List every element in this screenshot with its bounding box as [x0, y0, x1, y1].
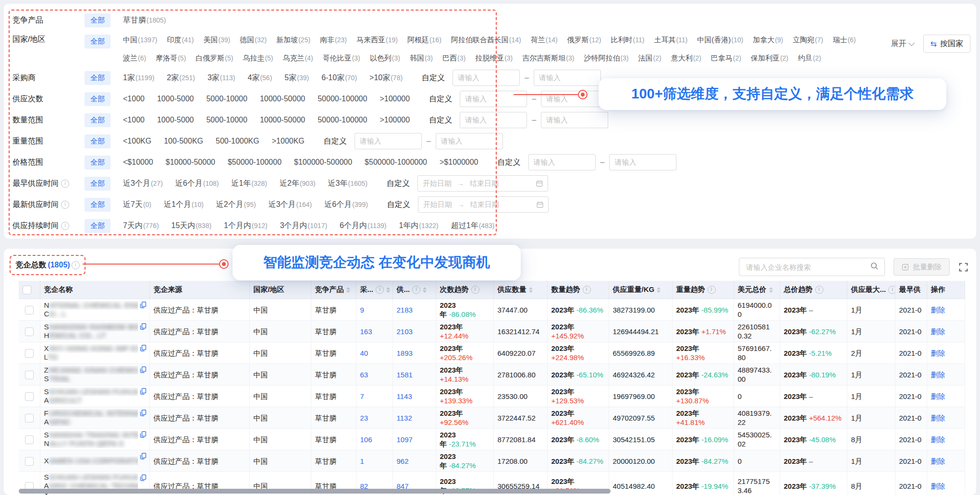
buyers-link[interactable]: 163: [360, 327, 372, 336]
filter-option[interactable]: 近7天(0): [123, 200, 151, 210]
range-input[interactable]: 请输入: [460, 91, 527, 107]
sort-carets[interactable]: [386, 287, 390, 293]
filter-option[interactable]: 俄罗斯(12): [567, 36, 601, 45]
range-input[interactable]: 请输入: [453, 70, 520, 86]
fullscreen-icon[interactable]: [958, 262, 968, 272]
filter-option[interactable]: <$10000: [123, 158, 153, 167]
supplies-link[interactable]: 2183: [397, 306, 413, 314]
filter-option[interactable]: 中国(1397): [123, 36, 157, 45]
filter-all-chip[interactable]: 全部: [85, 134, 110, 148]
buyers-link[interactable]: 7: [360, 392, 364, 400]
by-country-button[interactable]: ⇆ 按国家: [923, 35, 970, 53]
filter-option[interactable]: 摩洛哥(5): [156, 54, 186, 63]
filter-option[interactable]: 100-500KG: [164, 137, 203, 145]
filter-option[interactable]: 法国(2): [638, 54, 662, 63]
copy-icon[interactable]: [140, 409, 147, 418]
filter-option[interactable]: $500000-1000000: [365, 158, 427, 167]
row-checkbox[interactable]: [25, 371, 34, 379]
buyers-link[interactable]: 1: [360, 457, 364, 465]
copy-icon[interactable]: [140, 301, 147, 310]
filter-option[interactable]: 印度(41): [167, 36, 194, 45]
date-range-input[interactable]: 开始日期→结束日期: [418, 196, 549, 213]
filter-option[interactable]: 加拿大(9): [753, 36, 783, 45]
custom-option[interactable]: 自定义: [387, 179, 410, 189]
filter-option[interactable]: <100KG: [123, 137, 151, 145]
filter-option[interactable]: $100000-500000: [294, 158, 352, 167]
filter-option[interactable]: 1年内(1322): [399, 221, 438, 231]
row-checkbox[interactable]: [25, 306, 34, 314]
range-input[interactable]: 请输入: [541, 112, 608, 128]
filter-option[interactable]: 5家(39): [284, 73, 309, 83]
delete-link[interactable]: 删除: [931, 457, 945, 465]
filter-option[interactable]: 中国(香港)(10): [697, 36, 743, 45]
expand-link[interactable]: 展开: [891, 39, 914, 49]
filter-option[interactable]: 沙特阿拉伯(3): [584, 54, 628, 63]
filter-option[interactable]: 约旦(2): [798, 54, 821, 63]
filter-option[interactable]: 1家(1199): [123, 73, 154, 83]
filter-option[interactable]: 土耳其(11): [654, 36, 687, 45]
filter-option[interactable]: 荷兰(14): [531, 36, 558, 45]
filter-option[interactable]: 马来西亚(19): [356, 36, 398, 45]
filter-option[interactable]: 阿根廷(16): [407, 36, 441, 45]
filter-all-chip[interactable]: 全部: [85, 177, 110, 191]
sort-carets[interactable]: [346, 287, 350, 293]
filter-option[interactable]: 近3个月(164): [269, 200, 312, 210]
filter-option[interactable]: 意大利(2): [671, 54, 701, 63]
filter-option[interactable]: >100000: [380, 116, 410, 124]
filter-option[interactable]: 3家(113): [208, 73, 235, 83]
filter-option[interactable]: 比利时(11): [611, 36, 645, 45]
filter-option[interactable]: 阿拉伯联合酋长国(14): [451, 36, 521, 45]
filter-all-chip[interactable]: 全部: [85, 198, 110, 212]
filter-option[interactable]: 10000-50000: [260, 95, 305, 103]
filter-all-chip[interactable]: 全部: [85, 92, 110, 106]
filter-option[interactable]: 近3年(1605): [328, 179, 368, 189]
batch-delete-button[interactable]: 批量删除: [894, 258, 950, 276]
buyers-link[interactable]: 40: [360, 349, 368, 357]
sort-carets[interactable]: [529, 287, 533, 293]
custom-option[interactable]: 自定义: [429, 115, 452, 125]
delete-link[interactable]: 删除: [931, 349, 945, 357]
row-checkbox[interactable]: [25, 457, 34, 466]
filter-option[interactable]: 保加利亚(2): [751, 54, 788, 63]
filter-option[interactable]: 4家(56): [248, 73, 272, 83]
filter-option[interactable]: 巴西(3): [442, 54, 466, 63]
filter-option[interactable]: 波兰(6): [123, 54, 146, 63]
sort-carets[interactable]: [769, 287, 773, 293]
filter-option[interactable]: >1000KG: [272, 137, 305, 145]
select-all-checkbox[interactable]: [23, 286, 31, 294]
filter-option[interactable]: 500-1000KG: [216, 137, 259, 145]
filter-option[interactable]: 草甘膦(1805): [123, 15, 166, 25]
col-header-5[interactable]: 供...i: [392, 281, 436, 299]
filter-option[interactable]: 南非(23): [320, 36, 347, 45]
horizontal-scrollbar[interactable]: [19, 489, 611, 494]
copy-icon[interactable]: [140, 474, 147, 483]
range-input[interactable]: 请输入: [528, 154, 596, 170]
filter-option[interactable]: 近6个月(108): [175, 179, 219, 189]
custom-option[interactable]: 自定义: [429, 94, 452, 104]
filter-option[interactable]: 近2年(903): [280, 179, 316, 189]
filter-option[interactable]: 近2个月(95): [216, 200, 256, 210]
filter-option[interactable]: 瑞士(6): [833, 36, 856, 45]
custom-option[interactable]: 自定义: [422, 73, 445, 83]
sort-carets[interactable]: [423, 287, 427, 293]
filter-option[interactable]: 乌克兰(4): [283, 54, 313, 63]
row-checkbox[interactable]: [25, 349, 34, 358]
supplies-link[interactable]: 1893: [397, 349, 413, 357]
copy-icon[interactable]: [140, 366, 147, 375]
filter-option[interactable]: $10000-50000: [166, 158, 215, 167]
delete-link[interactable]: 删除: [931, 414, 945, 422]
filter-all-chip[interactable]: 全部: [85, 219, 110, 233]
copy-icon[interactable]: [140, 323, 147, 332]
filter-option[interactable]: 近3个月(27): [123, 179, 163, 189]
filter-option[interactable]: 巴拿马(2): [711, 54, 741, 63]
filter-option[interactable]: 超过1年(483): [451, 221, 495, 231]
filter-option[interactable]: 50000-100000: [318, 116, 367, 124]
filter-option[interactable]: 6-10家(70): [321, 73, 357, 83]
copy-icon[interactable]: [140, 452, 147, 461]
filter-option[interactable]: 6个月内(1139): [340, 221, 386, 231]
filter-option[interactable]: 1000-5000: [157, 116, 194, 124]
sort-carets[interactable]: [657, 287, 661, 293]
supplies-link[interactable]: 1097: [397, 435, 413, 444]
supplies-link[interactable]: 1143: [397, 392, 412, 400]
filter-all-chip[interactable]: 全部: [85, 156, 110, 169]
